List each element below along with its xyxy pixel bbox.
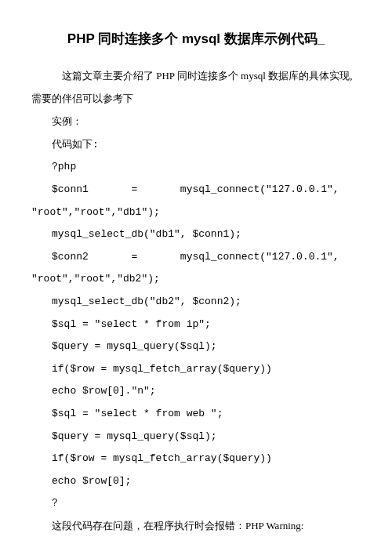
code-line: "root","root","db1"); <box>31 201 361 224</box>
code-line: echo $row[0]; <box>31 470 361 493</box>
code-line: $query = mysql_query($sql); <box>31 336 361 358</box>
page-title: PHP 同时连接多个 mysql 数据库示例代码_ <box>31 30 361 48</box>
code-line: ?php <box>31 156 361 179</box>
code-line: if($row = mysql_fetch_array($query)) <box>31 448 361 470</box>
code-line: echo $row[0]."n"; <box>31 380 361 403</box>
code-line: $sql = "select * from web "; <box>31 403 361 426</box>
code-line: $query = mysql_query($sql); <box>31 426 361 448</box>
code-line: $conn1 = mysql_connect("127.0.0.1", <box>31 179 361 201</box>
footer-paragraph: 这段代码存在问题，在程序执行时会报错：PHP Warning: <box>31 515 361 538</box>
code-line: mysql_select_db("db2", $conn2); <box>31 291 361 314</box>
code-line: ? <box>31 492 361 515</box>
code-line: 实例： <box>31 111 361 134</box>
code-line: $conn2 = mysql_connect("127.0.0.1", <box>31 246 361 269</box>
code-line: $sql = "select * from ip"; <box>31 314 361 336</box>
code-line: if($row = mysql_fetch_array($query)) <box>31 358 361 381</box>
document-page: PHP 同时连接多个 mysql 数据库示例代码_ 这篇文章主要介绍了 PHP … <box>0 0 392 555</box>
code-line: 代码如下: <box>31 134 361 157</box>
code-line: "root","root","db2"); <box>31 268 361 291</box>
intro-paragraph: 这篇文章主要介绍了 PHP 同时连接多个 mysql 数据库的具体实现,需要的伴… <box>31 65 361 110</box>
code-line: mysql_select_db("db1", $conn1); <box>31 223 361 246</box>
